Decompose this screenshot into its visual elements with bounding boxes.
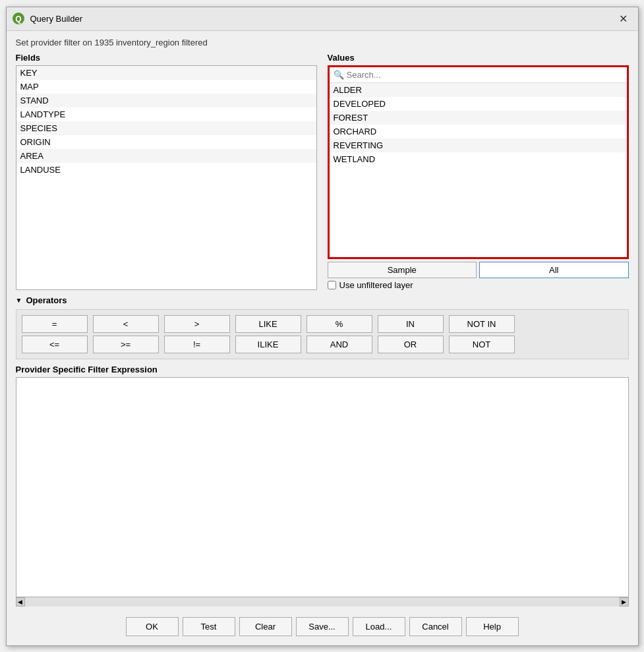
operator-btn-and[interactable]: AND xyxy=(307,336,372,353)
bottom-buttons: OKTestClearSave...Load...CancelHelp xyxy=(16,612,629,639)
operators-header: ▼ Operators xyxy=(16,295,629,305)
filter-label: Provider Specific Filter Expression xyxy=(16,365,629,374)
values-buttons: Sample All xyxy=(328,262,629,278)
values-list-item[interactable]: WETLAND xyxy=(330,152,627,166)
collapse-icon[interactable]: ▼ xyxy=(16,297,22,304)
fields-list-item[interactable]: LANDTYPE xyxy=(16,107,316,121)
values-list-item[interactable]: REVERTING xyxy=(330,138,627,152)
title-bar-left: Q Query Builder xyxy=(12,12,82,25)
close-button[interactable]: ✕ xyxy=(614,9,633,28)
values-search-input[interactable] xyxy=(347,70,623,80)
values-list-item[interactable]: FOREST xyxy=(330,111,627,125)
filter-section: Provider Specific Filter Expression ◀ ▶ xyxy=(16,365,629,607)
fields-panel: Fields KEYMAPSTANDLANDTYPESPECIESORIGINA… xyxy=(16,53,317,290)
search-icon: 🔍 xyxy=(334,70,344,80)
filter-expression-input[interactable] xyxy=(16,378,628,597)
values-label: Values xyxy=(328,53,629,63)
subtitle-text: Set provider filter on 1935 inventory_re… xyxy=(16,38,629,47)
window-title: Query Builder xyxy=(30,14,82,24)
operator-btn-%[interactable]: % xyxy=(307,315,372,333)
fields-list-item[interactable]: AREA xyxy=(16,149,316,163)
operator-btn-<[interactable]: < xyxy=(93,315,159,333)
save-button[interactable]: Save... xyxy=(296,617,349,636)
fields-list-item[interactable]: ORIGIN xyxy=(16,135,316,149)
fields-list-item[interactable]: STAND xyxy=(16,94,316,107)
fields-list-item[interactable]: KEY xyxy=(16,66,316,80)
qgis-icon: Q xyxy=(12,12,25,25)
scroll-track xyxy=(25,597,620,607)
all-button[interactable]: All xyxy=(479,262,629,278)
operators-label: Operators xyxy=(26,295,67,305)
use-unfiltered-checkbox[interactable] xyxy=(328,281,336,289)
fields-list-item[interactable]: LANDUSE xyxy=(16,163,316,177)
ok-button[interactable]: OK xyxy=(126,617,179,636)
values-panel: Values 🔍 ALDERDEVELOPEDFORESTORCHARDREVE… xyxy=(328,53,629,290)
fields-list-item[interactable]: MAP xyxy=(16,80,316,94)
operator-btn-ilike[interactable]: ILIKE xyxy=(235,336,301,353)
top-section: Fields KEYMAPSTANDLANDTYPESPECIESORIGINA… xyxy=(16,53,629,290)
values-list-container: 🔍 ALDERDEVELOPEDFORESTORCHARDREVERTINGWE… xyxy=(328,65,629,259)
operator-btn-not[interactable]: NOT xyxy=(449,336,515,353)
values-list-item[interactable]: DEVELOPED xyxy=(330,97,627,111)
operator-btn-=[interactable]: = xyxy=(22,315,88,333)
operator-btn-like[interactable]: LIKE xyxy=(235,315,301,333)
svg-text:Q: Q xyxy=(15,15,21,24)
scroll-left-btn[interactable]: ◀ xyxy=(16,597,25,607)
operators-grid: =<>LIKE%INNOT IN<=>=!=ILIKEANDORNOT xyxy=(16,309,629,359)
load-button[interactable]: Load... xyxy=(353,617,405,636)
filter-textarea-container xyxy=(16,377,629,597)
operator-btn-not-in[interactable]: NOT IN xyxy=(449,315,515,333)
operator-btn-!=[interactable]: != xyxy=(164,336,230,353)
operator-btn->[interactable]: > xyxy=(164,315,230,333)
test-button[interactable]: Test xyxy=(183,617,235,636)
values-list-item[interactable]: ALDER xyxy=(330,83,627,97)
horizontal-scrollbar: ◀ ▶ xyxy=(16,597,629,607)
title-bar: Q Query Builder ✕ xyxy=(7,7,638,31)
values-box: 🔍 ALDERDEVELOPEDFORESTORCHARDREVERTINGWE… xyxy=(328,65,629,290)
use-unfiltered-label: Use unfiltered layer xyxy=(339,280,413,290)
search-box: 🔍 xyxy=(330,67,627,83)
dialog-body: Set provider filter on 1935 inventory_re… xyxy=(7,31,638,645)
query-builder-dialog: Q Query Builder ✕ Set provider filter on… xyxy=(6,7,639,646)
operator-btn->=[interactable]: >= xyxy=(93,336,159,353)
operator-row-2: <=>=!=ILIKEANDORNOT xyxy=(22,336,623,353)
sample-button[interactable]: Sample xyxy=(328,262,477,278)
operators-section: ▼ Operators =<>LIKE%INNOT IN<=>=!=ILIKEA… xyxy=(16,295,629,359)
cancel-button[interactable]: Cancel xyxy=(409,617,462,636)
operator-row-1: =<>LIKE%INNOT IN xyxy=(22,315,623,333)
operator-btn-<=[interactable]: <= xyxy=(22,336,88,353)
fields-list: KEYMAPSTANDLANDTYPESPECIESORIGINAREALAND… xyxy=(16,65,317,290)
values-list-item[interactable]: ORCHARD xyxy=(330,125,627,138)
help-button[interactable]: Help xyxy=(466,617,519,636)
scroll-right-btn[interactable]: ▶ xyxy=(620,597,629,607)
fields-list-item[interactable]: SPECIES xyxy=(16,121,316,135)
use-unfiltered-row: Use unfiltered layer xyxy=(328,280,629,290)
operator-btn-or[interactable]: OR xyxy=(378,336,444,353)
fields-label: Fields xyxy=(16,53,317,63)
clear-button[interactable]: Clear xyxy=(239,617,292,636)
values-list: ALDERDEVELOPEDFORESTORCHARDREVERTINGWETL… xyxy=(330,83,627,257)
operator-btn-in[interactable]: IN xyxy=(378,315,444,333)
